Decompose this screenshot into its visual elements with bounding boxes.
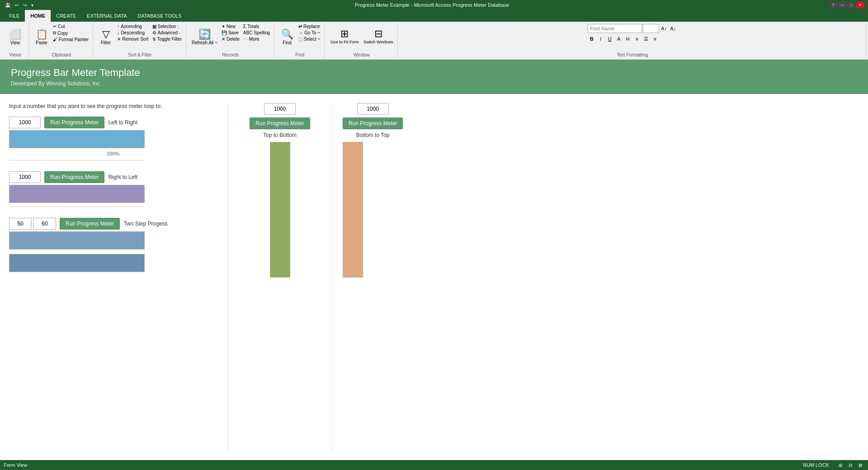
two-step-input1[interactable] bbox=[9, 218, 32, 230]
text-formatting-group-label: Text Formatting bbox=[617, 52, 648, 58]
quick-access-toolbar[interactable]: 💾 ↩ ↪ ▾ bbox=[4, 2, 35, 8]
totals-btn[interactable]: Σ Totals bbox=[242, 24, 271, 29]
help-btn[interactable]: ? bbox=[829, 2, 837, 8]
ltr-input[interactable] bbox=[9, 117, 41, 128]
view-btn[interactable]: ⬜ View bbox=[6, 24, 24, 51]
sort-filter-group-label: Sort & Filter bbox=[128, 52, 152, 58]
decrease-font-btn[interactable]: A↓ bbox=[669, 24, 677, 33]
two-step-fill2 bbox=[9, 254, 144, 272]
copy-btn[interactable]: ⧉ Copy bbox=[52, 30, 90, 36]
ttb-bar-fill bbox=[270, 142, 290, 277]
select-icon: ⬚ bbox=[298, 37, 302, 42]
ribbon-tab-bar: FILE HOME CREATE EXTERNAL DATA DATABASE … bbox=[0, 10, 868, 22]
ttb-run-btn[interactable]: Run Progress Meter bbox=[250, 118, 310, 129]
vertical-divider-left bbox=[228, 103, 228, 451]
remove-sort-btn[interactable]: ✕ Remove Sort bbox=[116, 36, 150, 42]
minimize-btn[interactable]: ─ bbox=[838, 2, 846, 8]
ttb-input[interactable] bbox=[264, 103, 296, 115]
find-group-label: Find bbox=[296, 52, 304, 58]
clipboard-group-label: Clipboard bbox=[52, 52, 71, 58]
new-record-btn[interactable]: ✦ New bbox=[220, 24, 241, 29]
align-right-btn[interactable]: ≡ bbox=[651, 35, 659, 43]
cut-btn[interactable]: ✂ Cut bbox=[52, 24, 90, 29]
view-icon: ⬜ bbox=[9, 29, 21, 39]
ltr-progress-fill bbox=[9, 131, 144, 148]
undo-quick-btn[interactable]: ↩ bbox=[14, 2, 20, 8]
switch-windows-btn[interactable]: ⊟ Switch Windows bbox=[362, 24, 395, 51]
ribbon-group-views: ⬜ View Views bbox=[2, 23, 29, 58]
banner: Progress Bar Meter Template Developed By… bbox=[0, 60, 868, 94]
highlight-btn[interactable]: H bbox=[624, 35, 632, 43]
window-group-label: Window bbox=[354, 52, 370, 58]
font-size-input[interactable] bbox=[643, 24, 659, 33]
more-icon: ⋯ bbox=[243, 37, 248, 42]
find-btn[interactable]: 🔍 Find bbox=[278, 24, 296, 51]
spelling-icon: ABC bbox=[243, 30, 253, 35]
align-left-btn[interactable]: ≡ bbox=[633, 35, 641, 43]
ltr-percent: 100% bbox=[9, 151, 217, 156]
size-to-fit-label: Size to Fit Form bbox=[330, 40, 359, 45]
go-to-icon: → bbox=[298, 30, 303, 35]
close-btn[interactable]: ✕ bbox=[856, 2, 864, 8]
ascending-btn[interactable]: ↑ Ascending bbox=[116, 24, 150, 29]
save-record-btn[interactable]: 💾 Save bbox=[220, 30, 241, 36]
replace-btn[interactable]: ⇄ Replace bbox=[297, 24, 321, 29]
descending-btn[interactable]: ↓ Descending bbox=[116, 30, 150, 36]
size-to-fit-btn[interactable]: ⊞ Size to Fit Form bbox=[328, 24, 361, 51]
paste-label: Paste bbox=[36, 40, 47, 45]
views-group-label: Views bbox=[9, 52, 21, 58]
increase-font-btn[interactable]: A↑ bbox=[660, 24, 668, 33]
selection-btn[interactable]: ▦ Selection : bbox=[151, 24, 183, 29]
font-color-btn[interactable]: A bbox=[615, 35, 623, 43]
sort-filter-col: ↑ Ascending ↓ Descending ✕ Remove Sort bbox=[116, 24, 150, 42]
more-btn[interactable]: ⋯ More bbox=[242, 36, 271, 42]
switch-windows-icon: ⊟ bbox=[374, 29, 382, 39]
tab-create[interactable]: CREATE bbox=[51, 10, 81, 22]
ltr-run-btn[interactable]: Run Progress Meter bbox=[44, 117, 104, 128]
tab-database-tools[interactable]: DATABASE TOOLS bbox=[132, 10, 187, 22]
two-step-progress-container2 bbox=[9, 254, 145, 272]
paste-btn[interactable]: 📋 Paste bbox=[33, 24, 51, 51]
rtl-meter-row: Run Progress Meter Right to Left bbox=[9, 171, 217, 209]
ribbon-group-find: 🔍 Find ⇄ Replace → Go To ~ ⬚ Select ~ Fi… bbox=[275, 23, 325, 58]
btt-run-btn[interactable]: Run Progress Meter bbox=[343, 118, 403, 129]
redo-quick-btn[interactable]: ↪ bbox=[22, 2, 28, 8]
tab-file[interactable]: FILE bbox=[4, 10, 25, 22]
two-step-run-btn[interactable]: Run Progress Meter bbox=[60, 218, 120, 230]
select-btn[interactable]: ⬚ Select ~ bbox=[297, 36, 321, 42]
font-name-input[interactable] bbox=[588, 24, 642, 33]
window-controls[interactable]: ? ─ □ ✕ bbox=[829, 2, 864, 8]
vertical-divider-right bbox=[331, 103, 332, 451]
format-row: B I U A H ≡ ☰ ≡ bbox=[588, 34, 659, 43]
refresh-all-btn[interactable]: 🔄 Refresh All ~ bbox=[190, 24, 219, 51]
copy-icon: ⧉ bbox=[53, 30, 56, 36]
more-quick-btn[interactable]: ▾ bbox=[30, 2, 35, 8]
descending-icon: ↓ bbox=[117, 30, 119, 35]
rtl-label: Right to Left bbox=[108, 174, 137, 180]
align-center-btn[interactable]: ☰ bbox=[642, 35, 650, 43]
two-step-input2[interactable] bbox=[33, 218, 56, 230]
maximize-btn[interactable]: □ bbox=[847, 2, 855, 8]
clipboard-col: ✂ Cut ⧉ Copy 🖌 Format Painter bbox=[52, 24, 90, 42]
rtl-run-btn[interactable]: Run Progress Meter bbox=[44, 171, 104, 183]
ribbon-group-records: 🔄 Refresh All ~ ✦ New 💾 Save ✕ Delete bbox=[187, 23, 274, 58]
btt-input[interactable] bbox=[357, 103, 389, 115]
italic-btn[interactable]: I bbox=[597, 35, 605, 43]
rtl-progress-fill bbox=[9, 185, 144, 202]
spelling-btn[interactable]: ABC Spelling bbox=[242, 30, 271, 36]
filter-btn[interactable]: ▽ Filter bbox=[97, 24, 115, 51]
tab-home[interactable]: HOME bbox=[25, 10, 51, 22]
selection-icon: ▦ bbox=[152, 24, 156, 29]
remove-sort-icon: ✕ bbox=[117, 37, 121, 42]
delete-record-btn[interactable]: ✕ Delete bbox=[220, 36, 241, 42]
bold-btn[interactable]: B bbox=[588, 35, 596, 43]
toggle-filter-btn[interactable]: ⇅ Toggle Filter bbox=[151, 36, 183, 42]
format-painter-btn[interactable]: 🖌 Format Painter bbox=[52, 37, 90, 42]
save-quick-btn[interactable]: 💾 bbox=[4, 2, 12, 8]
advanced-btn[interactable]: ⚙ Advanced - bbox=[151, 30, 183, 36]
tab-external-data[interactable]: EXTERNAL DATA bbox=[81, 10, 132, 22]
underline-btn[interactable]: U bbox=[606, 35, 614, 43]
ribbon-group-clipboard: 📋 Paste ✂ Cut ⧉ Copy 🖌 Format Painter Cl… bbox=[30, 23, 93, 58]
go-to-btn[interactable]: → Go To ~ bbox=[297, 30, 321, 36]
rtl-input[interactable] bbox=[9, 171, 41, 183]
